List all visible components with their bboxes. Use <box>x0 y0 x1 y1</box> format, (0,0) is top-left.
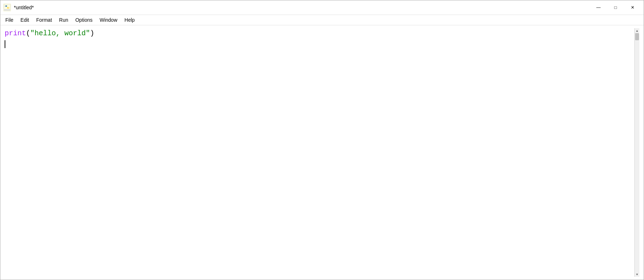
scrollbar-track[interactable] <box>635 33 639 272</box>
code-line-1: print("hello, world") <box>5 28 634 39</box>
text-cursor <box>5 40 5 48</box>
code-keyword-print: print <box>5 29 26 37</box>
code-string-value: "hello, world" <box>30 29 90 37</box>
maximize-button[interactable]: □ <box>607 2 624 13</box>
menu-bar: File Edit Format Run Options Window Help <box>0 15 644 25</box>
code-cursor-line <box>5 39 634 47</box>
title-bar-left: *untitled* <box>3 4 34 11</box>
scrollbar-arrow-up[interactable]: ▲ <box>635 28 640 33</box>
menu-item-format[interactable]: Format <box>33 16 56 24</box>
scrollbar-thumb[interactable] <box>635 33 639 40</box>
svg-rect-1 <box>4 4 10 9</box>
window-title: *untitled* <box>14 5 34 10</box>
menu-item-options[interactable]: Options <box>72 16 96 24</box>
title-bar-controls: — □ ✕ <box>590 2 641 13</box>
python-idle-icon <box>3 4 11 11</box>
svg-point-6 <box>8 7 9 8</box>
title-bar: *untitled* — □ ✕ <box>0 0 644 15</box>
code-editor[interactable]: print("hello, world") <box>5 28 634 277</box>
scrollbar-arrow-down[interactable]: ▼ <box>635 272 640 277</box>
code-close-paren: ) <box>90 29 94 37</box>
menu-item-edit[interactable]: Edit <box>17 16 33 24</box>
close-button[interactable]: ✕ <box>624 2 641 13</box>
menu-item-window[interactable]: Window <box>96 16 121 24</box>
editor-area[interactable]: print("hello, world") ▲ ▼ <box>0 25 644 280</box>
idle-window: *untitled* — □ ✕ File Edit Format Run Op… <box>0 0 644 280</box>
scrollbar-vertical[interactable]: ▲ ▼ <box>634 28 639 277</box>
code-open-paren: ( <box>26 29 30 37</box>
menu-item-help[interactable]: Help <box>121 16 138 24</box>
svg-point-5 <box>5 6 6 6</box>
menu-item-run[interactable]: Run <box>56 16 72 24</box>
svg-rect-2 <box>4 9 10 11</box>
menu-item-file[interactable]: File <box>2 16 17 24</box>
minimize-button[interactable]: — <box>590 2 607 13</box>
